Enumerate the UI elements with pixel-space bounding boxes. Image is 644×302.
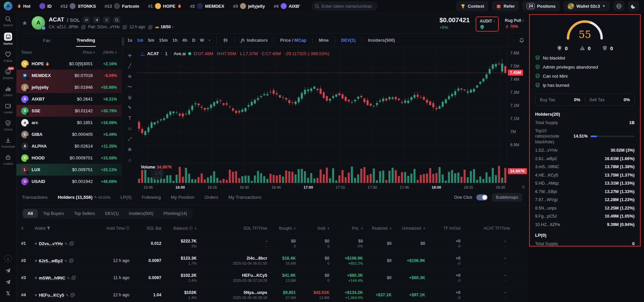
theme-toggle-button[interactable] [628, 1, 639, 11]
rug-pull-block[interactable]: Rug Pull › 70% [505, 16, 524, 29]
ruler-icon[interactable]: ⤢ [128, 137, 131, 141]
marquee-token[interactable]: #2MEMDEX [190, 3, 225, 9]
audit-button[interactable]: AUDIT› [476, 16, 499, 32]
tab-holders-11-556-[interactable]: Holders (11,556)✎<0.01% [58, 195, 111, 200]
copy-ca-icon[interactable] [81, 25, 85, 29]
sort-change-icon[interactable]: ▲▼ [115, 51, 117, 54]
bubblemaps-button[interactable]: Bubblemaps [492, 193, 522, 202]
watchlist-row[interactable]: HHOPE$0.0{9}3001+2.16% [16, 58, 122, 70]
holder-row[interactable]: 6.7W...EBpi13.27M (1.33%) [535, 189, 635, 194]
sidebar-item-download[interactable]: Download [0, 134, 16, 151]
timeframe-D[interactable]: D [192, 38, 195, 43]
sidebar-item-follow[interactable]: Follow [0, 48, 16, 65]
magnet-icon[interactable]: ⌂ [128, 157, 131, 162]
watchlist-row[interactable]: HHOOD$0.0009701+15.58% [16, 152, 122, 164]
one-click-toggle[interactable] [476, 194, 488, 200]
brush-icon[interactable]: ✎ [128, 105, 132, 110]
trendline-icon[interactable]: ╱ [128, 64, 131, 68]
dev-toggle[interactable]: DEV(1) [341, 38, 356, 43]
sidebar-item-search[interactable]: Search [0, 12, 16, 30]
swap-icon[interactable]: ⇄ [83, 16, 90, 23]
tab-following[interactable]: Following [142, 195, 161, 200]
telegram-channel-icon[interactable] [5, 279, 11, 285]
marquee-token[interactable]: ID [39, 3, 52, 9]
col-header-unrealized[interactable]: Unrealized▲▼ [393, 226, 427, 231]
watchlist-row[interactable]: AAIXBT$0.2641+8.31% [16, 93, 122, 105]
copy-wallet-icon[interactable] [70, 241, 73, 245]
sidebar-item-smarter[interactable]: Smarternew [0, 65, 16, 82]
crosshair-icon[interactable]: ✛ [128, 53, 132, 58]
wallet-address[interactable]: 6Jz5...wBp2 [39, 259, 63, 264]
timeframe-1h[interactable]: 1h [172, 38, 177, 43]
copy-wallet-icon[interactable] [69, 259, 73, 262]
search-input[interactable] [322, 4, 372, 9]
zoom-in-icon[interactable]: ⊕ [128, 147, 132, 152]
col-header--[interactable]: # [16, 226, 30, 231]
token-rank[interactable]: 18/50› [155, 25, 173, 29]
col-header-acat-tf-time[interactable]: ACAT TF/Time [462, 226, 511, 231]
col-header-sol-bal[interactable]: SOL Bal [131, 226, 163, 231]
table-row[interactable]: #4♥HEFu...KCy5✎12 h ago1.04$102K1.4%5Nya… [16, 287, 528, 302]
heart-icon[interactable]: ♥ [35, 275, 37, 280]
x-link-icon[interactable]: X [103, 16, 110, 23]
pitchfork-icon[interactable]: ψ [128, 95, 131, 100]
tab-transactions[interactable]: Transactions [22, 195, 48, 200]
indicators-button[interactable]: ƒxIndicators [241, 38, 268, 43]
refer-button[interactable]: Refer [492, 1, 519, 11]
time-axis[interactable]: 15:4516:0016:1516:3016:4517:0017:1517:30… [137, 184, 507, 190]
pill-all[interactable]: All [23, 209, 38, 218]
volume-chart[interactable] [137, 163, 507, 183]
holder-row[interactable]: 4.HE...KCy513.75M (1.37%) [535, 173, 635, 178]
watchlist-row[interactable]: MMEMDEX$0.07016-8.09% [16, 70, 122, 81]
telegram-icon[interactable] [5, 268, 11, 274]
favorite-star-icon[interactable]: ★ [22, 19, 28, 27]
copy-pair-icon[interactable] [123, 25, 126, 29]
contest-button[interactable]: Contest [456, 1, 488, 11]
copy-wallet-icon[interactable] [71, 293, 74, 297]
copy-age-icon[interactable] [148, 25, 152, 29]
wallet-menu-button[interactable]: Wallet 02c3 ▼ [563, 1, 610, 11]
sidebar-item-charts[interactable]: Charts [0, 82, 16, 100]
col-header-balance[interactable]: Balance▲▼ [163, 226, 198, 231]
table-row[interactable]: #1♥D2vs...vYHv✎0.012$222.7K3%--$00$00$00… [16, 235, 528, 252]
token-search[interactable] [312, 1, 377, 11]
insiders-toggle[interactable]: Insiders(500) [368, 38, 395, 43]
edit-note-icon[interactable]: ✎ [66, 293, 69, 297]
holder-row[interactable]: 9.Fg...pC5J10.49M (1.05%) [535, 214, 635, 219]
col-header-bought[interactable]: Bought▲▼ [269, 226, 297, 231]
holder-row[interactable]: 5.HD...AMqz13.31M (1.33%) [535, 181, 635, 186]
price-axis[interactable]: 7.6M7.5M7.4M7.3M7.2M7.1M7M6.9M7.45M34.89… [507, 34, 528, 183]
col-header-sol-tf-time[interactable]: SOL TF/Time [198, 226, 269, 231]
scroll-left-icon[interactable]: ‹ [4, 255, 12, 262]
col-header-sold[interactable]: Sold▲▼ [297, 226, 331, 231]
marquee-token[interactable]: #13Fartcoin [105, 3, 139, 9]
timeframe-15m[interactable]: 15m [159, 38, 168, 43]
watchlist-row[interactable]: aarc$0.1851+16.08% [16, 117, 122, 128]
tab-orders[interactable]: Orders [204, 195, 218, 200]
col-header-tf-in-out[interactable]: TF In/Out [427, 226, 462, 231]
price-chart[interactable] [137, 47, 507, 163]
pill-dev-1-[interactable]: DEV(1) [100, 209, 123, 218]
col-header-wallet[interactable]: Wallet [30, 226, 92, 231]
col-header-realized[interactable]: Realized▲▼ [364, 226, 393, 231]
pill-phishing-14-[interactable]: Phishing(14) [159, 209, 192, 218]
pattern-icon[interactable]: 〜 [127, 84, 132, 89]
watchlist-row[interactable]: AALPHA$0.02614+11.35% [16, 140, 122, 152]
holder-row[interactable]: 3.mS...h9NC13.78M (1.38%) [535, 164, 635, 169]
object-tree-icon[interactable]: ‗|‗ [140, 52, 145, 55]
heart-icon[interactable]: ♥ [35, 258, 37, 263]
telegram-share-icon[interactable] [93, 16, 100, 23]
marquee-token[interactable]: #4AIXB' [274, 3, 300, 9]
holder-row[interactable]: 1.D2...vYHv30.02M (3%) [535, 148, 635, 153]
tab-my-transactions[interactable]: My Transactions [228, 195, 261, 200]
axis-settings-icon[interactable]: ⊙ [522, 185, 525, 189]
sidebar-item-check[interactable]: Check [0, 117, 16, 134]
heart-icon[interactable]: ♥ [35, 241, 37, 246]
mine-toggle[interactable]: Mine [319, 38, 329, 43]
pill-top-buyers[interactable]: Top Buyers [38, 209, 69, 218]
tab-lp-0-[interactable]: LP(0) [120, 195, 131, 200]
search-token-icon[interactable] [113, 16, 120, 23]
watchlist-row[interactable]: LLUX$0.009751+25.13% [16, 164, 122, 176]
tab-my-position[interactable]: My Position [171, 195, 194, 200]
wallet-address[interactable]: mSWt...h9NC [39, 276, 65, 281]
